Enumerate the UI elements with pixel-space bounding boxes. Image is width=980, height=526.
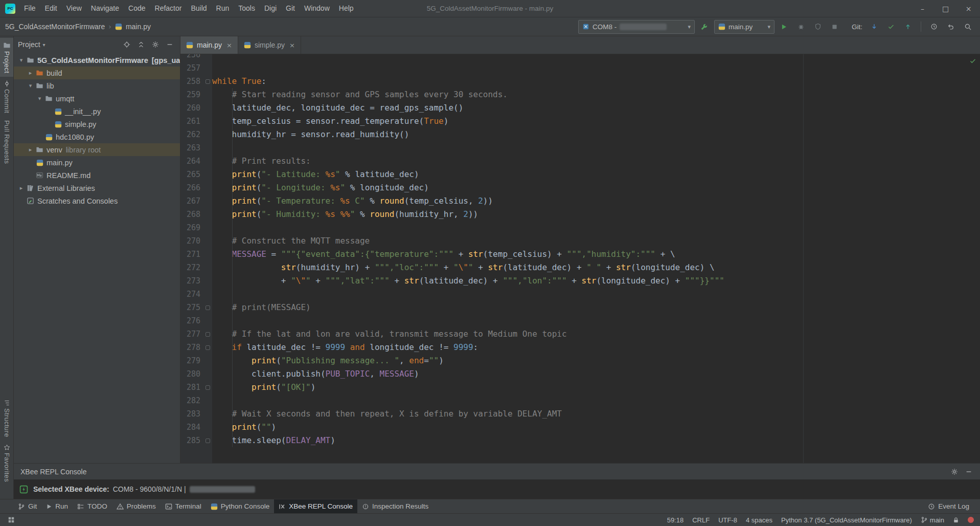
xbee-device-select[interactable]: COM8 - ▾ bbox=[578, 20, 695, 34]
stripe-button-favorites[interactable]: Favorites bbox=[0, 441, 13, 486]
menu-tools[interactable]: Tools bbox=[234, 0, 260, 17]
code-line-268[interactable]: 268 print("- Humidity: %s %%" % round(hu… bbox=[180, 208, 973, 221]
tree-item-scratches-and-consoles[interactable]: Scratches and Consoles bbox=[14, 194, 180, 207]
code-line-282[interactable]: 282 bbox=[180, 394, 973, 407]
line-number[interactable]: 282 bbox=[180, 394, 203, 407]
line-number[interactable]: 256 bbox=[180, 54, 203, 61]
line-number[interactable]: 265 bbox=[180, 168, 203, 181]
line-number[interactable]: 277 bbox=[180, 327, 203, 341]
line-number[interactable]: 285 bbox=[180, 434, 203, 447]
menu-build[interactable]: Build bbox=[186, 0, 211, 17]
gutter-mark-icon[interactable] bbox=[206, 439, 210, 443]
code-line-283[interactable]: 283 # Wait X seconds and then repeat, X … bbox=[180, 407, 973, 421]
line-number[interactable]: 284 bbox=[180, 421, 203, 434]
code-line-263[interactable]: 263 bbox=[180, 141, 973, 155]
line-number[interactable]: 280 bbox=[180, 367, 203, 381]
breadcrumb-file[interactable]: main.py bbox=[126, 23, 151, 31]
code-line-280[interactable]: 280 client.publish(PUB_TOPIC, MESSAGE) bbox=[180, 367, 973, 381]
line-number[interactable]: 273 bbox=[180, 274, 203, 288]
close-button[interactable]: × bbox=[957, 0, 980, 17]
console-settings-button[interactable] bbox=[948, 466, 961, 478]
code-line-279[interactable]: 279 print("Publishing message... ", end=… bbox=[180, 354, 973, 367]
menu-edit[interactable]: Edit bbox=[40, 0, 62, 17]
code-line-273[interactable]: 273 + "\"" + ""","lat":""" + str(latitud… bbox=[180, 274, 973, 288]
toolwindow-button-inspection-results[interactable]: Inspection Results bbox=[357, 499, 433, 513]
code-line-258[interactable]: 258while True: bbox=[180, 75, 973, 88]
code-line-274[interactable]: 274 bbox=[180, 288, 973, 301]
menu-help[interactable]: Help bbox=[334, 0, 358, 17]
stripe-button-project[interactable]: Project bbox=[0, 38, 13, 77]
run-config-select[interactable]: main.py ▾ bbox=[714, 20, 774, 34]
code-line-270[interactable]: 270 # Construct the MQTT message bbox=[180, 234, 973, 248]
tab-close-icon[interactable]: × bbox=[226, 41, 232, 49]
minimize-button[interactable]: – bbox=[911, 0, 934, 17]
line-number[interactable]: 267 bbox=[180, 194, 203, 208]
tree-item-readme-md[interactable]: README.md bbox=[14, 169, 180, 182]
stop-button[interactable] bbox=[828, 20, 842, 33]
line-number[interactable]: 272 bbox=[180, 261, 203, 274]
code-line-259[interactable]: 259 # Start reading sensor and GPS sampl… bbox=[180, 88, 973, 101]
code-line-285[interactable]: 285 time.sleep(DELAY_AMT) bbox=[180, 434, 973, 447]
code-line-275[interactable]: 275 # print(MESSAGE) bbox=[180, 301, 973, 314]
console-hide-button[interactable] bbox=[963, 466, 975, 478]
chevron-right-icon[interactable]: ▸ bbox=[26, 70, 35, 76]
tree-item-init-py[interactable]: __init__.py bbox=[14, 105, 180, 118]
tree-item-venv[interactable]: ▸venvlibrary root bbox=[14, 143, 180, 156]
toolwindow-button-python-console[interactable]: Python Console bbox=[206, 499, 274, 513]
chevron-right-icon[interactable]: ▸ bbox=[26, 146, 35, 153]
toolwindow-button-problems[interactable]: Problems bbox=[112, 499, 161, 513]
caret-position[interactable]: 59:18 bbox=[667, 516, 684, 524]
panel-settings-button[interactable] bbox=[149, 38, 162, 51]
code-line-265[interactable]: 265 print("- Latitude: %s" % latitude_de… bbox=[180, 168, 973, 181]
code-line-266[interactable]: 266 print("- Longitude: %s" % longitude_… bbox=[180, 181, 973, 194]
tree-item-5g-coldassetmonitorfirmware[interactable]: ▾5G_ColdAssetMonitorFirmware[gps_uart bbox=[14, 54, 180, 67]
toolwindow-button-run[interactable]: Run bbox=[41, 499, 73, 513]
code-line-284[interactable]: 284 print("") bbox=[180, 421, 973, 434]
configure-device-button[interactable] bbox=[697, 20, 712, 33]
locate-file-button[interactable] bbox=[121, 38, 133, 51]
gutter-mark-icon[interactable] bbox=[206, 345, 210, 350]
menu-code[interactable]: Code bbox=[124, 0, 150, 17]
code-line-278[interactable]: 278 if latitude_dec != 9999 and longitud… bbox=[180, 341, 973, 354]
project-panel-title[interactable]: Project bbox=[18, 40, 40, 49]
line-separator[interactable]: CRLF bbox=[692, 516, 710, 524]
tree-item-external-libraries[interactable]: ▸External Libraries bbox=[14, 182, 180, 194]
gutter-mark-icon[interactable] bbox=[206, 332, 210, 337]
menu-refactor[interactable]: Refactor bbox=[150, 0, 187, 17]
stripe-button-pull-requests[interactable]: Pull Requests bbox=[0, 117, 13, 167]
chevron-right-icon[interactable]: ▸ bbox=[17, 185, 26, 191]
code-line-277[interactable]: 277 # If the lat and lon are valid, tran… bbox=[180, 327, 973, 341]
stripe-button-structure[interactable]: Structure bbox=[0, 396, 13, 441]
gutter-mark-icon[interactable] bbox=[206, 79, 210, 84]
line-number[interactable]: 283 bbox=[180, 407, 203, 421]
toolwindow-button-git[interactable]: Git bbox=[13, 499, 41, 513]
tree-item-lib[interactable]: ▾lib bbox=[14, 79, 180, 92]
toolwindow-button-xbee-repl-console[interactable]: XBee REPL Console bbox=[274, 499, 357, 513]
line-number[interactable]: 264 bbox=[180, 155, 203, 168]
line-number[interactable]: 266 bbox=[180, 181, 203, 194]
line-number[interactable]: 258 bbox=[180, 75, 203, 88]
chevron-down-icon[interactable]: ▾ bbox=[35, 95, 44, 102]
menu-navigate[interactable]: Navigate bbox=[86, 0, 124, 17]
line-number[interactable]: 268 bbox=[180, 208, 203, 221]
tree-item-simple-py[interactable]: simple.py bbox=[14, 118, 180, 130]
collapse-all-button[interactable] bbox=[135, 38, 147, 51]
line-number[interactable]: 279 bbox=[180, 354, 203, 367]
editor-tab-simple-py[interactable]: simple.py× bbox=[238, 36, 301, 54]
hide-panel-button[interactable] bbox=[164, 38, 176, 51]
line-number[interactable]: 278 bbox=[180, 341, 203, 354]
line-number[interactable]: 270 bbox=[180, 234, 203, 248]
code-line-262[interactable]: 262 humidity_hr = sensor.read_humidity() bbox=[180, 128, 973, 141]
search-everywhere-button[interactable] bbox=[961, 20, 975, 33]
line-number[interactable]: 263 bbox=[180, 141, 203, 155]
maximize-button[interactable]: □ bbox=[934, 0, 957, 17]
code-line-281[interactable]: 281 print("[OK]") bbox=[180, 381, 973, 394]
stripe-button-commit[interactable]: Commit bbox=[0, 77, 13, 117]
tab-close-icon[interactable]: × bbox=[289, 41, 295, 49]
menu-git[interactable]: Git bbox=[281, 0, 300, 17]
editor-tab-main-py[interactable]: main.py× bbox=[180, 36, 238, 54]
tree-item-umqtt[interactable]: ▾umqtt bbox=[14, 92, 180, 105]
code-editor[interactable]: 256257258while True:259 # Start reading … bbox=[180, 54, 980, 463]
gutter-mark-icon[interactable] bbox=[206, 385, 210, 390]
chevron-down-icon[interactable]: ▾ bbox=[17, 57, 26, 63]
